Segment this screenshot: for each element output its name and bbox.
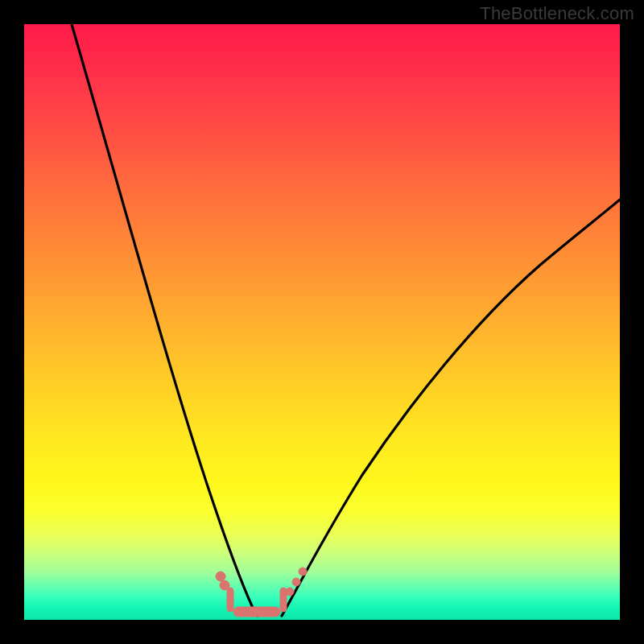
marker-band [216,568,307,617]
left-curve [72,24,258,616]
curve-overlay [24,24,620,620]
svg-rect-2 [227,588,233,612]
watermark-text: TheBottleneck.com [480,3,634,24]
svg-rect-3 [233,607,280,617]
svg-point-7 [299,568,307,576]
right-curve [282,200,620,616]
svg-point-6 [292,578,300,586]
svg-point-0 [216,572,225,581]
plot-area [24,24,620,620]
svg-point-5 [286,588,294,596]
chart-frame: TheBottleneck.com [0,0,644,644]
